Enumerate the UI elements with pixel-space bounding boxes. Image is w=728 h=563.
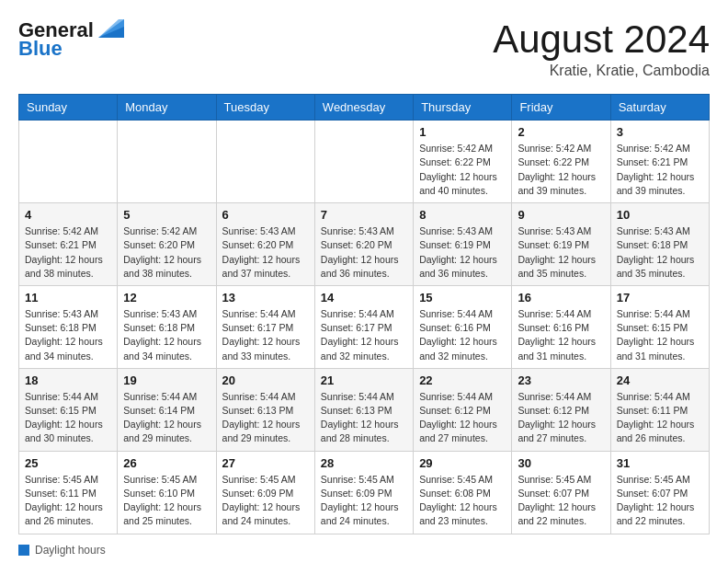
calendar-week-row: 1Sunrise: 5:42 AM Sunset: 6:22 PM Daylig…: [19, 121, 710, 203]
day-number: 26: [123, 456, 210, 470]
calendar-cell: [216, 121, 314, 203]
calendar-week-row: 25Sunrise: 5:45 AM Sunset: 6:11 PM Dayli…: [19, 451, 710, 534]
day-number: 3: [617, 125, 703, 139]
day-info: Sunrise: 5:43 AM Sunset: 6:18 PM Dayligh…: [123, 307, 210, 363]
day-info: Sunrise: 5:45 AM Sunset: 6:09 PM Dayligh…: [222, 473, 309, 529]
calendar-cell: 15Sunrise: 5:44 AM Sunset: 6:16 PM Dayli…: [414, 285, 512, 368]
day-info: Sunrise: 5:44 AM Sunset: 6:17 PM Dayligh…: [222, 307, 309, 363]
column-header-wednesday: Wednesday: [314, 95, 413, 121]
column-header-tuesday: Tuesday: [216, 95, 314, 121]
calendar-cell: 31Sunrise: 5:45 AM Sunset: 6:07 PM Dayli…: [610, 451, 709, 534]
day-number: 23: [518, 373, 604, 387]
day-number: 13: [222, 291, 309, 304]
calendar-cell: 18Sunrise: 5:44 AM Sunset: 6:15 PM Dayli…: [19, 368, 118, 451]
day-number: 5: [123, 208, 210, 222]
calendar-cell: 23Sunrise: 5:44 AM Sunset: 6:12 PM Dayli…: [512, 368, 610, 451]
calendar-cell: 7Sunrise: 5:43 AM Sunset: 6:20 PM Daylig…: [314, 203, 413, 286]
day-info: Sunrise: 5:44 AM Sunset: 6:16 PM Dayligh…: [419, 307, 506, 363]
header: General Blue August 2024 Kratie, Kratie,…: [18, 18, 710, 79]
calendar-week-row: 18Sunrise: 5:44 AM Sunset: 6:15 PM Dayli…: [19, 368, 710, 451]
calendar-cell: 20Sunrise: 5:44 AM Sunset: 6:13 PM Dayli…: [216, 368, 314, 451]
day-number: 31: [617, 456, 703, 470]
footer-daylight-label: Daylight hours: [35, 544, 106, 557]
day-number: 22: [419, 373, 506, 387]
column-header-saturday: Saturday: [610, 95, 709, 121]
page-subtitle: Kratie, Kratie, Cambodia: [493, 63, 710, 79]
day-number: 10: [617, 208, 703, 222]
day-info: Sunrise: 5:44 AM Sunset: 6:17 PM Dayligh…: [321, 307, 407, 363]
day-number: 21: [321, 373, 407, 387]
day-number: 27: [222, 456, 309, 470]
day-number: 18: [25, 373, 111, 387]
day-number: 2: [518, 125, 604, 139]
day-info: Sunrise: 5:45 AM Sunset: 6:10 PM Dayligh…: [123, 473, 210, 529]
day-info: Sunrise: 5:44 AM Sunset: 6:13 PM Dayligh…: [321, 390, 407, 446]
day-info: Sunrise: 5:43 AM Sunset: 6:19 PM Dayligh…: [518, 224, 604, 281]
calendar-cell: 16Sunrise: 5:44 AM Sunset: 6:16 PM Dayli…: [512, 285, 610, 368]
day-info: Sunrise: 5:43 AM Sunset: 6:18 PM Dayligh…: [25, 307, 111, 363]
day-number: 12: [123, 291, 210, 304]
calendar-cell: 27Sunrise: 5:45 AM Sunset: 6:09 PM Dayli…: [216, 451, 314, 534]
calendar-cell: 25Sunrise: 5:45 AM Sunset: 6:11 PM Dayli…: [19, 451, 118, 534]
day-info: Sunrise: 5:42 AM Sunset: 6:21 PM Dayligh…: [25, 224, 111, 281]
day-info: Sunrise: 5:42 AM Sunset: 6:21 PM Dayligh…: [617, 142, 703, 198]
day-number: 30: [518, 456, 604, 470]
calendar-week-row: 11Sunrise: 5:43 AM Sunset: 6:18 PM Dayli…: [19, 285, 710, 368]
day-info: Sunrise: 5:44 AM Sunset: 6:14 PM Dayligh…: [123, 390, 210, 446]
calendar-cell: 1Sunrise: 5:42 AM Sunset: 6:22 PM Daylig…: [414, 121, 512, 203]
day-info: Sunrise: 5:42 AM Sunset: 6:20 PM Dayligh…: [123, 224, 210, 281]
calendar-cell: 26Sunrise: 5:45 AM Sunset: 6:10 PM Dayli…: [118, 451, 216, 534]
calendar-cell: 22Sunrise: 5:44 AM Sunset: 6:12 PM Dayli…: [414, 368, 512, 451]
day-info: Sunrise: 5:44 AM Sunset: 6:15 PM Dayligh…: [25, 390, 111, 446]
calendar-cell: 12Sunrise: 5:43 AM Sunset: 6:18 PM Dayli…: [118, 285, 216, 368]
day-number: 9: [518, 208, 604, 222]
day-number: 28: [321, 456, 407, 470]
calendar-cell: 6Sunrise: 5:43 AM Sunset: 6:20 PM Daylig…: [216, 203, 314, 286]
footer-dot-icon: [18, 545, 29, 556]
day-info: Sunrise: 5:45 AM Sunset: 6:09 PM Dayligh…: [321, 473, 407, 529]
calendar-cell: 17Sunrise: 5:44 AM Sunset: 6:15 PM Dayli…: [610, 285, 709, 368]
day-info: Sunrise: 5:43 AM Sunset: 6:19 PM Dayligh…: [419, 224, 506, 281]
title-area: August 2024 Kratie, Kratie, Cambodia: [493, 18, 710, 79]
column-header-friday: Friday: [512, 95, 610, 121]
calendar-cell: [118, 121, 216, 203]
day-info: Sunrise: 5:45 AM Sunset: 6:07 PM Dayligh…: [518, 473, 604, 529]
page-title: August 2024: [493, 18, 710, 61]
day-info: Sunrise: 5:45 AM Sunset: 6:08 PM Dayligh…: [419, 473, 506, 529]
calendar-cell: 8Sunrise: 5:43 AM Sunset: 6:19 PM Daylig…: [414, 203, 512, 286]
calendar-cell: 19Sunrise: 5:44 AM Sunset: 6:14 PM Dayli…: [118, 368, 216, 451]
footer-daylight-item: Daylight hours: [18, 544, 106, 557]
day-info: Sunrise: 5:42 AM Sunset: 6:22 PM Dayligh…: [518, 142, 604, 198]
column-header-monday: Monday: [118, 95, 216, 121]
day-number: 16: [518, 291, 604, 304]
calendar-cell: 13Sunrise: 5:44 AM Sunset: 6:17 PM Dayli…: [216, 285, 314, 368]
calendar-cell: 5Sunrise: 5:42 AM Sunset: 6:20 PM Daylig…: [118, 203, 216, 286]
calendar-header-row: SundayMondayTuesdayWednesdayThursdayFrid…: [19, 95, 710, 121]
column-header-thursday: Thursday: [414, 95, 512, 121]
calendar-cell: 4Sunrise: 5:42 AM Sunset: 6:21 PM Daylig…: [19, 203, 118, 286]
calendar-cell: 21Sunrise: 5:44 AM Sunset: 6:13 PM Dayli…: [314, 368, 413, 451]
calendar-cell: 28Sunrise: 5:45 AM Sunset: 6:09 PM Dayli…: [314, 451, 413, 534]
day-info: Sunrise: 5:44 AM Sunset: 6:15 PM Dayligh…: [617, 307, 703, 363]
footer: Daylight hours: [18, 544, 710, 558]
calendar-cell: 14Sunrise: 5:44 AM Sunset: 6:17 PM Dayli…: [314, 285, 413, 368]
day-number: 14: [321, 291, 407, 304]
day-info: Sunrise: 5:45 AM Sunset: 6:07 PM Dayligh…: [617, 473, 703, 529]
day-info: Sunrise: 5:44 AM Sunset: 6:12 PM Dayligh…: [419, 390, 506, 446]
day-number: 29: [419, 456, 506, 470]
calendar-cell: 11Sunrise: 5:43 AM Sunset: 6:18 PM Dayli…: [19, 285, 118, 368]
day-info: Sunrise: 5:44 AM Sunset: 6:13 PM Dayligh…: [222, 390, 309, 446]
day-info: Sunrise: 5:44 AM Sunset: 6:11 PM Dayligh…: [617, 390, 703, 446]
day-number: 15: [419, 291, 506, 304]
day-number: 8: [419, 208, 506, 222]
column-header-sunday: Sunday: [19, 95, 118, 121]
calendar-table: SundayMondayTuesdayWednesdayThursdayFrid…: [18, 94, 710, 534]
calendar-cell: [314, 121, 413, 203]
logo: General Blue: [18, 18, 124, 61]
calendar-cell: 29Sunrise: 5:45 AM Sunset: 6:08 PM Dayli…: [414, 451, 512, 534]
day-number: 11: [25, 291, 111, 304]
day-number: 24: [617, 373, 703, 387]
calendar-cell: 2Sunrise: 5:42 AM Sunset: 6:22 PM Daylig…: [512, 121, 610, 203]
day-number: 17: [617, 291, 703, 304]
day-info: Sunrise: 5:43 AM Sunset: 6:20 PM Dayligh…: [321, 224, 407, 281]
